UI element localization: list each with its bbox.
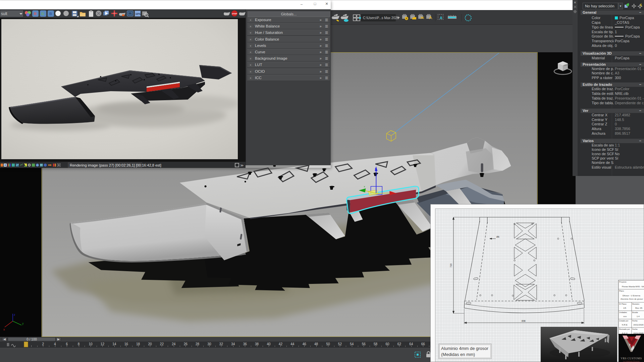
svg-text:Piezas Mazda MX5 - NA: Piezas Mazda MX5 - NA [622, 285, 644, 288]
svg-text:Revisión:: Revisión: [632, 303, 640, 305]
svg-text:1:4: 1:4 [637, 315, 640, 317]
svg-text:N.R.E: N.R.E [622, 323, 628, 326]
svg-text:z: z [375, 167, 376, 170]
svg-text:G: G [41, 12, 44, 16]
svg-text:Unidades:: Unidades: [619, 311, 627, 313]
svg-text:STOP: STOP [232, 13, 237, 15]
svg-text:x: x [3, 328, 5, 331]
svg-text:Rendering image (pass 27) [00:: Rendering image (pass 27) [00:02:26,1] [… [70, 163, 161, 167]
svg-text:R: R [34, 12, 37, 16]
svg-text:Ø6: Ø6 [496, 236, 499, 238]
svg-text:C:\Users\P...s Max 2020: C:\Users\P...s Max 2020 [363, 16, 399, 20]
svg-text:Creado por:: Creado por: [619, 320, 629, 322]
svg-text:y: y [22, 322, 24, 325]
svg-text:1/5: 1/5 [623, 307, 626, 309]
svg-text:Nº Plano:: Nº Plano: [619, 303, 627, 305]
svg-text:Fecha:: Fecha: [632, 320, 638, 322]
svg-text:sult: sult [1, 11, 7, 16]
svg-text:z: z [14, 313, 15, 316]
svg-text:Rev. 05: Rev. 05 [635, 307, 642, 309]
svg-text:Aluminio 4mm de grosor: Aluminio 4mm de grosor [621, 298, 643, 300]
svg-text:Plano:: Plano: [619, 290, 624, 292]
svg-text:Revisado por:: Revisado por: [619, 328, 630, 330]
svg-text:Aluminio 4mm de grosor: Aluminio 4mm de grosor [441, 346, 489, 351]
svg-text:x: x [364, 185, 365, 188]
svg-text:898: 898 [522, 320, 526, 322]
svg-text:B: B [49, 12, 52, 16]
svg-text:16/11/2020: 16/11/2020 [633, 323, 644, 326]
svg-text:VRS CUSTOMS: VRS CUSTOMS [621, 357, 642, 360]
svg-text:Proyecto:: Proyecto: [619, 281, 627, 283]
svg-text:723: 723 [450, 263, 452, 267]
svg-text:(Medidas en mm): (Medidas en mm) [441, 352, 475, 357]
svg-text:Car Customization & Restoratio: Car Customization & Restoration [623, 361, 639, 362]
svg-text:Escala:: Escala: [632, 311, 638, 313]
svg-text:10%: 10% [136, 12, 141, 15]
svg-text:mm: mm [623, 315, 627, 317]
svg-text:Difusor - U Externa: Difusor - U Externa [623, 294, 640, 297]
svg-text:16/11/2020: 16/11/2020 [633, 332, 644, 334]
svg-text:A.G.V.: A.G.V. [622, 332, 628, 334]
svg-text:≫: ≫ [240, 164, 244, 167]
svg-text:Fecha:: Fecha: [632, 328, 638, 330]
svg-text:A: A [440, 16, 442, 20]
